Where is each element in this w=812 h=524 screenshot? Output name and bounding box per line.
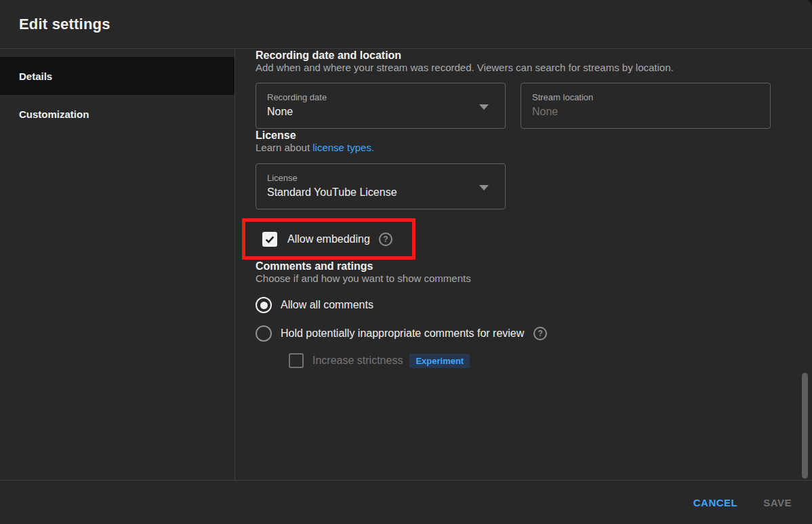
allow-embedding-checkbox[interactable]: [262, 232, 277, 247]
save-button[interactable]: SAVE: [763, 497, 792, 508]
license-section-heading: License: [256, 129, 812, 142]
cancel-button[interactable]: CANCEL: [693, 497, 738, 508]
sidebar-item-customization[interactable]: Customization: [0, 95, 235, 133]
dialog-body: Details Customization Recording date and…: [0, 49, 812, 481]
recording-section-description: Add when and where your stream was recor…: [256, 62, 812, 73]
radio-allow-all-comments[interactable]: Allow all comments: [256, 297, 812, 313]
increase-strictness-row[interactable]: Increase strictness Experiment: [256, 353, 812, 368]
page-title: Edit settings: [19, 16, 110, 33]
recording-date-dropdown[interactable]: Recording date None: [256, 83, 506, 129]
stream-location-field[interactable]: Stream location None: [521, 83, 771, 129]
sidebar: Details Customization: [0, 49, 235, 480]
field-value: Standard YouTube License: [267, 186, 494, 199]
dropdown-arrow-icon: [479, 104, 489, 110]
learn-prefix: Learn about: [256, 142, 312, 153]
license-learn-text: Learn about license types.: [256, 142, 812, 153]
scrollbar-thumb[interactable]: [802, 373, 808, 479]
license-field-row: License Standard YouTube License: [256, 163, 812, 209]
radio-button-icon: [256, 325, 272, 342]
radio-button-icon: [256, 297, 272, 313]
edit-settings-dialog: Edit settings Details Customization Reco…: [0, 0, 812, 524]
license-dropdown[interactable]: License Standard YouTube License: [256, 163, 506, 209]
comments-section-heading: Comments and ratings: [256, 260, 812, 273]
recording-fields-row: Recording date None Stream location None: [256, 83, 812, 129]
field-label: Stream location: [532, 92, 759, 102]
experiment-badge: Experiment: [409, 354, 470, 368]
dialog-footer: CANCEL SAVE: [0, 481, 812, 524]
field-value: None: [267, 105, 494, 119]
radio-label: Allow all comments: [281, 299, 373, 311]
field-label: Recording date: [267, 92, 494, 102]
sidebar-item-details[interactable]: Details: [0, 57, 235, 95]
increase-strictness-label: Increase strictness: [312, 355, 403, 367]
allow-embedding-label: Allow embedding: [287, 233, 370, 245]
dropdown-arrow-icon: [479, 185, 489, 190]
checkmark-icon: [264, 234, 275, 245]
help-icon[interactable]: ?: [533, 327, 547, 340]
increase-strictness-checkbox[interactable]: [289, 353, 304, 368]
sidebar-item-label: Customization: [19, 108, 89, 120]
field-label: License: [267, 173, 494, 183]
sidebar-item-label: Details: [19, 70, 52, 82]
comments-section-description: Choose if and how you want to show comme…: [256, 273, 812, 284]
help-icon[interactable]: ?: [379, 233, 392, 246]
radio-hold-comments-for-review[interactable]: Hold potentially inappropriate comments …: [256, 325, 812, 342]
license-types-link[interactable]: license types.: [312, 142, 374, 153]
radio-dot: [260, 302, 268, 309]
settings-content: Recording date and location Add when and…: [235, 49, 812, 480]
recording-section-heading: Recording date and location: [256, 49, 812, 62]
field-placeholder: None: [532, 105, 759, 119]
dialog-header: Edit settings: [0, 0, 812, 49]
radio-label: Hold potentially inappropriate comments …: [281, 327, 524, 340]
red-highlight-box: Allow embedding ?: [242, 218, 415, 260]
